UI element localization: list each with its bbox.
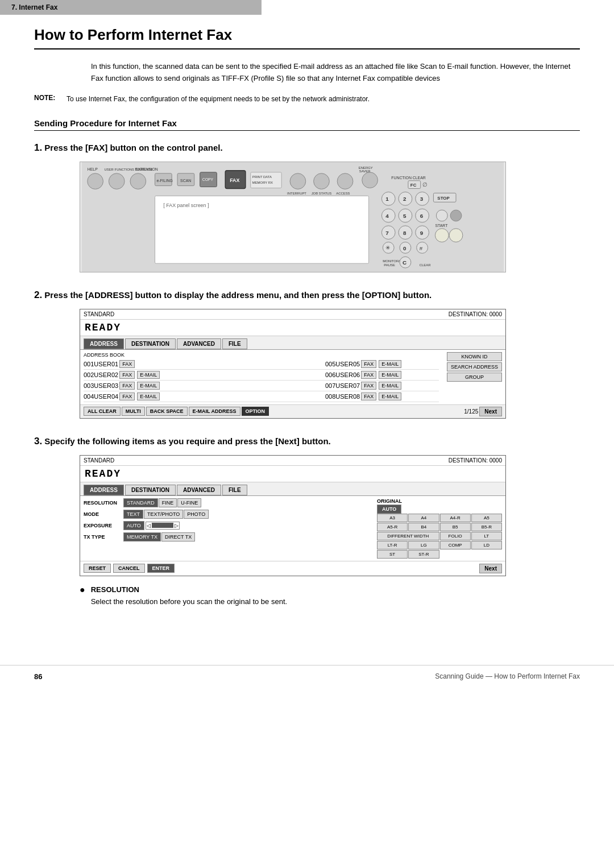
paper-lt-btn[interactable]: LT — [471, 532, 502, 540]
step-1-number: 1. — [34, 142, 42, 153]
svg-text:[ FAX panel screen ]: [ FAX panel screen ] — [163, 202, 209, 208]
paper-ld-btn[interactable]: LD — [471, 541, 502, 549]
tx-type-label: TX TYPE — [84, 534, 123, 540]
original-label: ORIGINAL — [377, 498, 502, 504]
next-btn-2[interactable]: Next — [479, 564, 502, 573]
footer-title: Scanning Guide — How to Perform Internet… — [435, 672, 580, 680]
tx-direct-btn[interactable]: DIRECT TX — [161, 532, 195, 542]
svg-text:✳: ✳ — [385, 245, 390, 251]
page-number: 86 — [34, 672, 42, 681]
addr-7-fax-btn[interactable]: FAX — [361, 382, 376, 390]
cancel-btn[interactable]: CANCEL — [113, 564, 145, 573]
svg-text:e-FILING: e-FILING — [156, 178, 172, 182]
step-2-number: 2. — [34, 290, 42, 300]
paper-st-btn[interactable]: ST — [377, 550, 408, 559]
mode-row: MODE TEXT TEXT/PHOTO PHOTO — [84, 510, 372, 519]
addr-2-fax-btn[interactable]: FAX — [119, 371, 135, 379]
original-auto-btn[interactable]: AUTO — [377, 505, 401, 514]
paper-b4-btn[interactable]: B4 — [408, 523, 439, 531]
screen2-tab-file[interactable]: FILE — [222, 485, 247, 495]
paper-folio-btn[interactable]: FOLIO — [440, 532, 471, 540]
bullet-resolution-desc: Select the resolution before you scan th… — [91, 596, 287, 608]
screen2-tab-advanced[interactable]: ADVANCED — [177, 485, 221, 495]
exposure-auto-btn[interactable]: AUTO — [123, 521, 144, 530]
page-footer: 86 Scanning Guide — How to Perform Inter… — [0, 665, 614, 688]
enter-btn[interactable]: ENTER — [147, 564, 175, 573]
screen2-footer: RESET CANCEL ENTER Next — [80, 561, 505, 576]
paper-lg-btn[interactable]: LG — [408, 541, 439, 549]
addr-6-email-btn[interactable]: E-MAIL — [379, 371, 401, 379]
addr-5-fax-btn[interactable]: FAX — [361, 360, 376, 368]
mode-textphoto-btn[interactable]: TEXT/PHOTO — [144, 510, 183, 519]
screen2-body: RESOLUTION STANDARD FINE U-FINE MODE — [80, 496, 505, 561]
section-heading: Sending Procedure for Internet Fax — [34, 118, 580, 131]
addr-3-fax-btn[interactable]: FAX — [119, 382, 135, 390]
addr-8-fax-btn[interactable]: FAX — [361, 392, 376, 400]
mode-label: MODE — [84, 511, 123, 517]
addr-6-fax-btn[interactable]: FAX — [361, 371, 376, 379]
tab-advanced[interactable]: ADVANCED — [177, 338, 221, 349]
tab-address[interactable]: ADDRESS — [84, 338, 124, 349]
paper-comp-btn[interactable]: COMP — [440, 541, 471, 549]
paper-ltr-btn[interactable]: LT-R — [377, 541, 408, 549]
tab-destination[interactable]: DESTINATION — [125, 338, 176, 349]
mode-text-btn[interactable]: TEXT — [123, 510, 143, 519]
addr-3-email-btn[interactable]: E-MAIL — [137, 382, 160, 390]
step-1: 1. Press the [FAX] button on the control… — [34, 142, 580, 272]
addr-2-email-btn[interactable]: E-MAIL — [137, 371, 160, 379]
step-1-text: Press the [FAX] button on the control pa… — [44, 143, 222, 152]
svg-text:JOB STATUS: JOB STATUS — [312, 192, 332, 195]
paper-a5-btn[interactable]: A5 — [471, 514, 502, 522]
svg-text:EXTENSION: EXTENSION — [135, 167, 158, 171]
addr-1-fax-btn[interactable]: FAX — [119, 360, 135, 368]
svg-point-55 — [449, 229, 463, 242]
screen2-tab-destination[interactable]: DESTINATION — [125, 485, 176, 495]
svg-rect-2 — [109, 173, 125, 189]
addr-row-2: 002USER02 FAX E-MAIL 006USER06 FAX E-MAI… — [84, 370, 439, 381]
next-btn-1[interactable]: Next — [479, 407, 502, 416]
addr-7-name: 007USER07 — [325, 382, 360, 389]
svg-text:7: 7 — [385, 229, 389, 235]
addr-5-email-btn[interactable]: E-MAIL — [379, 360, 401, 368]
paper-diffwidth-btn[interactable]: DIFFERENT WIDTH — [377, 532, 439, 540]
tx-memory-btn[interactable]: MEMORY TX — [123, 532, 161, 542]
screen2-tab-address[interactable]: ADDRESS — [84, 485, 124, 495]
paper-b5r-btn[interactable]: B5-R — [471, 523, 502, 531]
screen1-body: ADDRESS BOOK 001USER01 FAX 005USER05 FAX — [80, 350, 505, 404]
addr-8-email-btn[interactable]: E-MAIL — [379, 392, 401, 400]
step-3: 3. Specify the following items as you re… — [34, 436, 580, 608]
svg-text:INTERRUPT: INTERRUPT — [287, 192, 306, 195]
mode-photo-btn[interactable]: PHOTO — [184, 510, 209, 519]
resolution-ufine-btn[interactable]: U-FINE — [177, 498, 201, 507]
svg-text:2: 2 — [403, 196, 406, 202]
tab-file[interactable]: FILE — [222, 338, 247, 349]
screen1-bottom-bar: ALL CLEAR MULTI BACK SPACE E-MAIL ADDRES… — [80, 404, 505, 418]
reset-btn[interactable]: RESET — [84, 564, 111, 573]
screen1-tabs: ADDRESS DESTINATION ADVANCED FILE — [80, 336, 505, 350]
paper-a4r-btn[interactable]: A4-R — [440, 514, 471, 522]
paper-a3-btn[interactable]: A3 — [377, 514, 408, 522]
group-btn[interactable]: GROUP — [447, 373, 502, 382]
control-panel-illustration: HELP USER FUNCTIONS TEMPLATE EXTENSION e… — [80, 162, 506, 272]
paper-str-btn[interactable]: ST-R — [408, 550, 439, 559]
multi-btn[interactable]: MULTI — [122, 407, 145, 416]
all-clear-btn[interactable]: ALL CLEAR — [84, 407, 121, 416]
known-id-btn[interactable]: KNOWN ID — [447, 352, 502, 361]
resolution-standard-btn[interactable]: STANDARD — [123, 498, 158, 507]
back-space-btn[interactable]: BACK SPACE — [146, 407, 188, 416]
addr-4-fax-btn[interactable]: FAX — [119, 392, 135, 400]
paper-a4-btn[interactable]: A4 — [408, 514, 439, 522]
search-address-btn[interactable]: SEARCH ADDRESS — [447, 362, 502, 371]
paper-b5-btn[interactable]: B5 — [440, 523, 471, 531]
resolution-fine-btn[interactable]: FINE — [159, 498, 177, 507]
option-btn[interactable]: OPTION — [242, 407, 269, 416]
note-text: To use Internet Fax, the configuration o… — [67, 94, 370, 105]
email-address-btn[interactable]: E-MAIL ADDRESS — [189, 407, 240, 416]
paper-a5r-btn[interactable]: A5-R — [377, 523, 408, 531]
note-block: NOTE: To use Internet Fax, the configura… — [34, 94, 580, 105]
addr-row-4: 004USER04 FAX E-MAIL 008USER08 FAX E-MAI… — [84, 391, 439, 402]
addr-7-email-btn[interactable]: E-MAIL — [379, 382, 401, 390]
exposure-slider[interactable]: ◁ 0000000000 ▷ — [146, 522, 180, 530]
addr-4-name: 004USER04 — [84, 393, 118, 400]
addr-4-email-btn[interactable]: E-MAIL — [137, 392, 160, 400]
